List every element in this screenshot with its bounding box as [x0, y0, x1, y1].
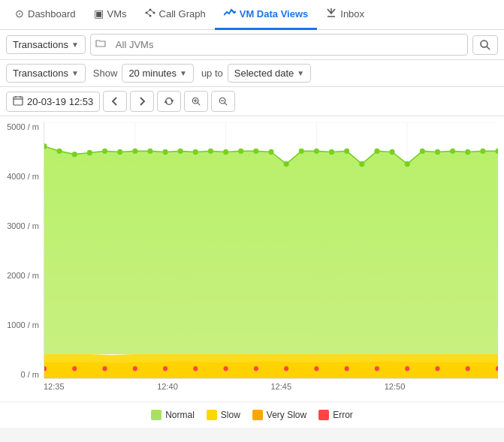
legend-very-slow: Very Slow [252, 410, 306, 420]
slow-color [207, 410, 217, 420]
legend-slow: Slow [207, 410, 240, 420]
navbar: ⊙ Dashboard ▣ VMs Call Graph VM D [0, 0, 504, 30]
zoom-in-button[interactable] [184, 91, 208, 112]
svg-point-75 [314, 366, 318, 371]
svg-point-78 [405, 366, 409, 371]
svg-point-61 [435, 149, 440, 155]
callgraph-icon [145, 8, 155, 20]
svg-point-52 [299, 149, 304, 154]
svg-point-36 [57, 149, 62, 154]
y-label-0: 0 / m [21, 370, 39, 379]
date-dropdown-arrow: ▼ [297, 69, 304, 77]
very-slow-label: Very Slow [267, 410, 306, 420]
error-label: Error [333, 410, 353, 420]
slow-label: Slow [221, 410, 240, 420]
svg-point-58 [390, 149, 395, 155]
filter-dropdown-arrow: ▼ [71, 41, 79, 49]
svg-point-38 [87, 150, 92, 155]
error-color [318, 410, 329, 420]
svg-point-9 [481, 41, 487, 47]
folder-icon [95, 39, 106, 50]
svg-point-51 [284, 161, 289, 167]
very-slow-color [252, 410, 263, 420]
datetime-picker[interactable]: 20-03-19 12:53 [6, 92, 100, 112]
svg-line-6 [146, 13, 150, 16]
show-label: Show [93, 68, 118, 79]
svg-point-79 [435, 366, 439, 371]
date-dropdown[interactable]: Selected date ▼ [228, 64, 311, 83]
svg-point-60 [420, 149, 425, 154]
svg-point-57 [374, 149, 379, 154]
svg-point-43 [163, 149, 168, 155]
refresh-button[interactable] [157, 91, 181, 112]
svg-point-74 [284, 366, 288, 371]
datetime-value: 20-03-19 12:53 [27, 96, 93, 107]
x-label-1235: 12:35 [44, 382, 65, 391]
prev-button[interactable] [103, 91, 127, 112]
transactions-dropdown-arrow: ▼ [71, 69, 79, 77]
svg-point-54 [329, 149, 334, 155]
svg-point-62 [450, 149, 455, 154]
svg-point-46 [208, 149, 213, 154]
zoom-out-button[interactable] [211, 91, 235, 112]
svg-point-48 [238, 149, 243, 154]
svg-point-67 [72, 366, 77, 371]
y-label-4000: 4000 / m [7, 172, 39, 181]
nav-dashboard[interactable]: ⊙ Dashboard [6, 0, 85, 30]
y-label-2000: 2000 / m [7, 271, 39, 280]
normal-label: Normal [165, 410, 195, 420]
duration-dropdown-arrow: ▼ [180, 69, 187, 77]
svg-point-50 [268, 149, 273, 155]
svg-point-72 [224, 366, 228, 371]
svg-rect-11 [14, 97, 23, 105]
chart-wrap: 5000 / m 4000 / m 3000 / m 2000 / m 1000… [6, 122, 498, 401]
y-label-5000: 5000 / m [7, 122, 39, 131]
svg-line-4 [146, 10, 150, 13]
legend-error: Error [318, 410, 353, 420]
chart-inner [44, 122, 498, 379]
search-button[interactable] [472, 35, 498, 55]
filter-dropdown[interactable]: Transactions ▼ [6, 35, 86, 54]
nav-vms[interactable]: ▣ VMs [85, 0, 136, 30]
svg-point-73 [254, 366, 258, 371]
svg-point-39 [102, 149, 107, 154]
svg-point-69 [133, 366, 137, 371]
x-label-1240: 12:40 [157, 382, 178, 391]
next-button[interactable] [130, 91, 154, 112]
svg-point-44 [178, 149, 183, 154]
svg-marker-33 [44, 353, 498, 378]
jvm-input[interactable] [110, 36, 463, 53]
chevron-left-icon [111, 97, 119, 106]
upto-label: up to [201, 68, 223, 79]
x-axis: 12:35 12:40 12:45 12:50 [44, 379, 498, 401]
chart-svg [44, 122, 498, 378]
svg-point-68 [103, 366, 107, 371]
svg-point-45 [193, 149, 198, 155]
y-label-1000: 1000 / m [7, 320, 39, 329]
svg-point-63 [465, 149, 470, 155]
zoom-out-icon [219, 96, 228, 107]
datetime-row: 20-03-19 12:53 [0, 87, 504, 116]
nav-inbox[interactable]: Inbox [317, 0, 373, 30]
svg-point-71 [193, 366, 198, 371]
svg-point-70 [163, 366, 167, 371]
chart-container: 5000 / m 4000 / m 3000 / m 2000 / m 1000… [0, 116, 504, 401]
svg-point-49 [253, 149, 258, 154]
svg-point-41 [132, 149, 137, 154]
normal-color [151, 410, 161, 420]
y-label-3000: 3000 / m [7, 221, 39, 230]
nav-vmdataviews[interactable]: VM Data Views [215, 0, 318, 30]
vms-icon: ▣ [94, 8, 104, 20]
nav-callgraph[interactable]: Call Graph [136, 0, 215, 30]
svg-point-55 [344, 149, 349, 154]
duration-dropdown[interactable]: 20 minutes ▼ [122, 64, 194, 83]
svg-point-59 [405, 161, 410, 167]
x-label-1250: 12:50 [385, 382, 406, 391]
svg-point-40 [117, 149, 122, 155]
x-label-1245: 12:45 [271, 382, 292, 391]
transactions-dropdown[interactable]: Transactions ▼ [6, 64, 86, 83]
svg-point-37 [72, 152, 77, 157]
toolbar-row-2: Transactions ▼ Show 20 minutes ▼ up to S… [0, 60, 504, 87]
y-axis: 5000 / m 4000 / m 3000 / m 2000 / m 1000… [6, 122, 44, 379]
svg-marker-34 [44, 146, 498, 354]
